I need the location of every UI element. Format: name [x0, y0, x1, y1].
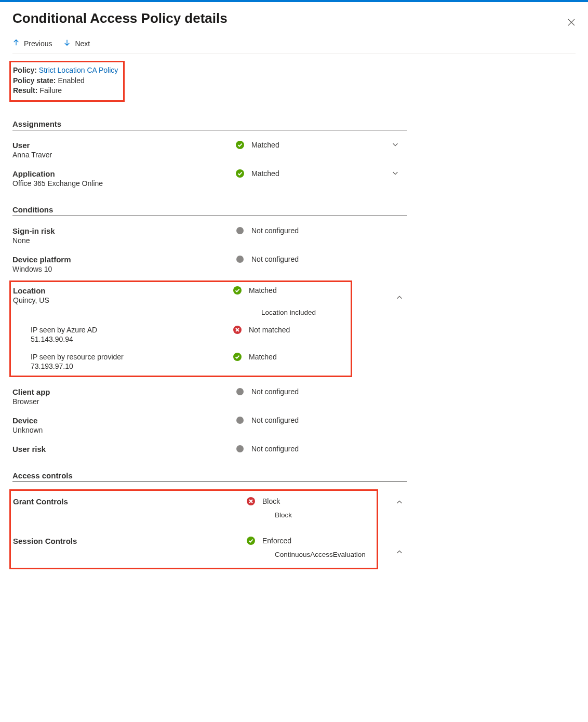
device-label: Device [12, 416, 236, 425]
svg-point-7 [236, 388, 244, 395]
row-user-risk: User risk Not configured [12, 445, 407, 453]
user-label: User [12, 141, 236, 150]
application-value: Office 365 Exchange Online [12, 179, 236, 188]
chevron-up-icon[interactable] [396, 499, 403, 506]
grant-controls-label: Grant Controls [13, 497, 247, 506]
row-application: Application Office 365 Exchange Online M… [12, 169, 407, 188]
session-controls-detail: ContinuousAccessEvaluation [275, 551, 373, 558]
chevron-down-icon[interactable] [392, 169, 399, 177]
svg-point-3 [236, 256, 244, 263]
policy-state-label: Policy state: [13, 76, 56, 85]
previous-label: Previous [24, 39, 52, 48]
application-label: Application [12, 169, 236, 178]
ip-aad-label: IP seen by Azure AD [31, 326, 233, 334]
svg-point-1 [236, 169, 244, 178]
location-detail: Location included [261, 309, 348, 316]
row-device: Device Unknown Not configured [12, 416, 407, 434]
application-status: Matched [251, 169, 392, 178]
dot-icon [236, 255, 244, 263]
policy-summary-highlight: Policy: Strict Location CA Policy Policy… [9, 61, 125, 102]
device-platform-label: Device platform [12, 255, 236, 264]
user-risk-label: User risk [12, 445, 236, 453]
row-user: User Anna Traver Matched [12, 141, 407, 159]
session-controls-label: Session Controls [13, 537, 247, 545]
dot-icon [236, 416, 244, 424]
ip-aad-value: 51.143.90.94 [31, 335, 233, 343]
chevron-up-icon[interactable] [396, 294, 403, 301]
next-label: Next [75, 39, 90, 48]
device-status: Not configured [251, 416, 392, 424]
section-access-controls: Access controls [12, 471, 407, 482]
arrow-down-icon [63, 39, 71, 48]
chevron-down-icon[interactable] [392, 141, 399, 148]
location-highlight: Location Quincy, US Matched Location inc… [9, 280, 352, 377]
policy-name-link[interactable]: Strict Location CA Policy [39, 66, 118, 74]
svg-point-4 [233, 286, 242, 295]
grant-controls-status: Block [262, 497, 373, 505]
user-status: Matched [251, 141, 392, 149]
check-icon [247, 537, 255, 545]
dot-icon [236, 226, 244, 235]
dot-icon [236, 387, 244, 396]
arrow-up-icon [12, 39, 20, 48]
dot-icon [236, 445, 244, 453]
section-assignments: Assignments [12, 119, 407, 130]
svg-point-9 [236, 445, 244, 452]
ip-rp-status: Matched [249, 353, 348, 370]
access-controls-highlight: Grant Controls Block Block Session Contr… [9, 489, 378, 569]
device-platform-status: Not configured [251, 255, 392, 263]
ip-aad-status: Not matched [249, 326, 348, 343]
check-icon [236, 141, 244, 149]
ip-rp-value: 73.193.97.10 [31, 362, 233, 370]
policy-state-value: Enabled [58, 76, 84, 85]
next-button[interactable]: Next [63, 39, 90, 48]
error-icon [247, 497, 255, 505]
signin-risk-label: Sign-in risk [12, 226, 236, 235]
grant-controls-detail: Block [275, 511, 373, 519]
session-controls-status: Enforced [262, 537, 373, 545]
user-risk-status: Not configured [251, 445, 392, 453]
previous-button[interactable]: Previous [12, 39, 52, 48]
svg-point-6 [233, 353, 242, 361]
result-label: Result: [13, 86, 37, 95]
device-platform-value: Windows 10 [12, 265, 236, 273]
svg-point-0 [236, 141, 244, 149]
location-value: Quincy, US [13, 296, 233, 304]
client-app-status: Not configured [251, 387, 392, 396]
signin-risk-value: None [12, 236, 236, 245]
chevron-up-icon[interactable] [396, 549, 403, 556]
check-icon [233, 353, 242, 361]
device-value: Unknown [12, 426, 236, 434]
svg-point-8 [236, 417, 244, 424]
signin-risk-status: Not configured [251, 226, 392, 235]
svg-point-11 [247, 537, 255, 545]
client-app-label: Client app [12, 387, 236, 396]
result-value: Failure [39, 86, 62, 95]
client-app-value: Browser [12, 397, 236, 406]
check-icon [236, 169, 244, 178]
section-conditions: Conditions [12, 205, 407, 216]
row-device-platform: Device platform Windows 10 Not configure… [12, 255, 407, 273]
page-title: Conditional Access Policy details [12, 10, 228, 26]
row-client-app: Client app Browser Not configured [12, 387, 407, 406]
svg-point-2 [236, 227, 244, 234]
row-signin-risk: Sign-in risk None Not configured [12, 226, 407, 245]
close-icon[interactable] [567, 18, 576, 28]
location-label: Location [13, 286, 233, 295]
check-icon [233, 286, 242, 295]
policy-label: Policy: [13, 66, 37, 74]
user-value: Anna Traver [12, 151, 236, 159]
ip-rp-label: IP seen by resource provider [31, 353, 233, 361]
error-icon [233, 326, 242, 334]
location-status: Matched [249, 286, 348, 295]
